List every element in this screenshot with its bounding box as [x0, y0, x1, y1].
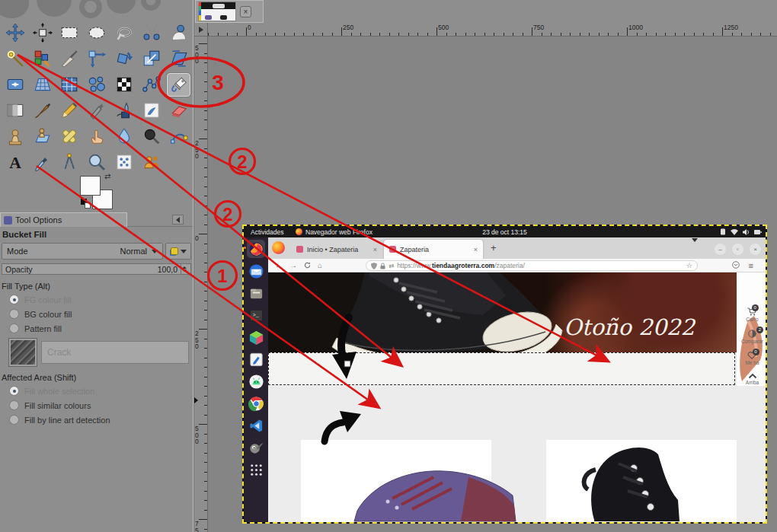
tool-alignment-icon[interactable]: [30, 21, 54, 45]
image-tab[interactable]: ×: [195, 0, 264, 23]
menu-icon[interactable]: ≡: [749, 261, 753, 270]
close-tab-icon[interactable]: ×: [474, 246, 478, 253]
tool-perspective-clone-icon[interactable]: [30, 125, 54, 148]
tool-gradient-icon[interactable]: [3, 99, 27, 123]
relay-icon[interactable]: ⇄: [388, 262, 394, 269]
radio-fill-line-art[interactable]: Fill by line art detection: [0, 413, 193, 427]
dock-chrome-icon[interactable]: [247, 394, 265, 413]
ruler-corner-button[interactable]: [194, 23, 208, 37]
dock-files-icon[interactable]: [247, 284, 265, 302]
default-colors-icon[interactable]: [85, 202, 91, 209]
tool-warp-transform-icon[interactable]: [85, 73, 109, 97]
tool-free-select-icon[interactable]: [113, 21, 136, 45]
tool-cage-transform-icon[interactable]: [113, 73, 136, 97]
tool-scale-icon[interactable]: [139, 47, 163, 71]
dock-vscode-icon[interactable]: [247, 416, 265, 435]
tool-select-by-color-icon[interactable]: [30, 47, 54, 71]
tool-scissors-select-icon[interactable]: [139, 21, 163, 45]
maximize-button[interactable]: ▫: [732, 244, 743, 255]
home-icon[interactable]: ⌂: [318, 261, 322, 269]
edited-image[interactable]: Actividades Navegador web Firefox 23 de …: [244, 226, 766, 522]
dock-terminal-icon[interactable]: >_: [247, 306, 265, 324]
activities-button[interactable]: Actividades: [244, 228, 290, 236]
forward-icon[interactable]: →: [289, 261, 297, 269]
dock-thunderbird-icon[interactable]: [247, 262, 265, 280]
radio-bg-colour-fill[interactable]: BG colour fill: [0, 307, 193, 321]
tool-perspective-icon[interactable]: [30, 73, 54, 97]
tab-inicio-zapateria[interactable]: Inicio • Zapateria ×: [291, 240, 382, 259]
tool-foreground-select-icon[interactable]: [167, 21, 190, 45]
dock-boxes-icon[interactable]: [247, 328, 265, 346]
tool-ink-icon[interactable]: [113, 99, 136, 123]
tab-zapateria-active[interactable]: Zapateria ×: [384, 240, 483, 259]
pattern-preview[interactable]: [9, 339, 37, 366]
swap-colors-icon[interactable]: ⇄: [104, 172, 110, 180]
dock-writer-icon[interactable]: [247, 350, 265, 368]
radio-fill-whole-selection[interactable]: Fill whole selection: [0, 384, 193, 398]
tool-heal-icon[interactable]: [58, 125, 82, 148]
pocket-icon[interactable]: [732, 261, 740, 270]
close-image-icon[interactable]: ×: [240, 6, 251, 18]
radio-fill-similar-colours[interactable]: Fill similar colours: [0, 398, 193, 413]
tool-options-tab[interactable]: Tool Options: [0, 212, 127, 227]
paint-mode-switch-button[interactable]: [165, 243, 191, 260]
dock-app-grid-icon[interactable]: [247, 460, 265, 479]
vertical-ruler[interactable]: 5002500250500750: [194, 37, 208, 532]
tool-ellipse-select-icon[interactable]: [85, 21, 109, 45]
reload-icon[interactable]: [304, 262, 311, 269]
mode-dropdown[interactable]: Mode Normal: [2, 243, 163, 260]
dock-gimp-icon[interactable]: [247, 438, 265, 457]
tool-text-icon[interactable]: A: [3, 151, 27, 174]
foreground-color-swatch[interactable]: [80, 176, 101, 196]
bookmark-star-icon[interactable]: ☆: [686, 262, 692, 269]
opacity-spinner[interactable]: [181, 263, 187, 275]
tool-paths-icon[interactable]: [167, 125, 190, 148]
close-window-button[interactable]: ×: [750, 244, 761, 255]
canvas-area[interactable]: Actividades Navegador web Firefox 23 de …: [208, 37, 777, 532]
list-tabs-chevron-icon[interactable]: [692, 242, 698, 256]
minimize-button[interactable]: –: [715, 244, 726, 255]
tool-clone-icon[interactable]: [3, 125, 27, 148]
tool-eraser-icon[interactable]: [167, 99, 190, 123]
radio-pattern-fill[interactable]: Pattern fill: [0, 321, 193, 336]
tool-unified-transform-icon[interactable]: [85, 47, 109, 71]
close-tab-icon[interactable]: ×: [373, 246, 377, 253]
dock-firefox-icon[interactable]: [247, 240, 265, 258]
new-tab-button[interactable]: +: [491, 242, 497, 253]
tool-airbrush-icon[interactable]: [85, 99, 109, 123]
tool-3d-transform-icon[interactable]: [58, 73, 82, 97]
tool-seamless-clone-icon[interactable]: [113, 151, 136, 174]
tool-fuzzy-select-icon[interactable]: [3, 47, 27, 71]
tool-paint-select-icon[interactable]: [139, 151, 163, 174]
horizontal-ruler[interactable]: 025050075010001250: [208, 23, 777, 37]
tool-smudge-icon[interactable]: [85, 125, 109, 148]
tool-shear-icon[interactable]: [167, 47, 190, 71]
tool-n-point-deformation-icon[interactable]: [139, 73, 163, 97]
radio-fg-colour-fill[interactable]: FG colour fill: [0, 292, 193, 307]
tool-flip-icon[interactable]: [3, 73, 27, 97]
tool-paintbrush-icon[interactable]: [30, 99, 54, 123]
tool-rectangle-select-icon[interactable]: [58, 21, 82, 45]
tool-blur-sharpen-icon[interactable]: [113, 125, 136, 148]
tool-color-picker-icon[interactable]: [30, 151, 54, 174]
tool-measure-icon[interactable]: [58, 151, 82, 174]
tool-mypaint-brush-icon[interactable]: [139, 99, 163, 123]
firefox-logo-icon[interactable]: [272, 241, 285, 254]
tool-dodge-burn-icon[interactable]: [139, 125, 163, 148]
dock-android-studio-icon[interactable]: [247, 372, 265, 390]
shield-icon[interactable]: [371, 263, 377, 269]
tool-crop-icon[interactable]: [58, 47, 82, 71]
tool-pencil-icon[interactable]: [58, 99, 82, 123]
opacity-slider[interactable]: Opacity 100,0: [2, 263, 191, 275]
url-bar[interactable]: ⇄ https://www.tiendaagroterra.com/zapate…: [366, 260, 698, 271]
panel-collapse-button[interactable]: [172, 215, 184, 225]
pattern-name-field[interactable]: Crack: [41, 341, 189, 364]
back-icon[interactable]: ←: [275, 261, 283, 269]
lock-icon[interactable]: [380, 263, 385, 269]
color-swatches[interactable]: ⇄: [78, 174, 118, 215]
tool-move-icon[interactable]: [3, 21, 27, 45]
tool-zoom-icon[interactable]: [85, 151, 109, 174]
tool-rotate-icon[interactable]: [113, 47, 136, 71]
tool-bucket-fill-icon[interactable]: [167, 73, 190, 97]
url-text[interactable]: https://www.tiendaagroterra.com/zapateri…: [397, 262, 683, 269]
